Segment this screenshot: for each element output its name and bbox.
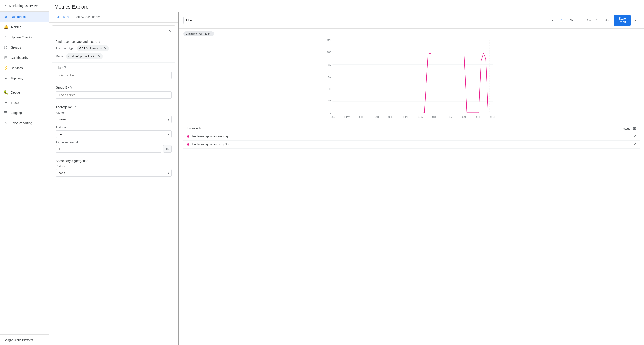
find-resource-label: Find resource type and metric ? (56, 40, 172, 44)
reducer-select[interactable]: none sum min max mean count (56, 130, 172, 138)
group-by-group: Group By ? (52, 82, 175, 102)
sidebar-item-logging[interactable]: ☰ Logging (0, 108, 49, 118)
grid-icon[interactable]: ⊞ (35, 337, 39, 342)
sidebar-item-resources-label: Resources (11, 15, 26, 19)
resource-type-chip[interactable]: GCE VM Instance ✕ (77, 46, 109, 52)
filter-help-icon[interactable]: ? (64, 66, 66, 70)
uptime-icon: ↕ (4, 35, 8, 40)
legend-row-1: deeplearning-instances-nrhq 0 (183, 132, 640, 141)
gcp-logo: Google Cloud Platform (4, 338, 33, 342)
sidebar-item-error-reporting-label: Error Reporting (11, 121, 32, 125)
metric-chip[interactable]: custom/gpu_utilizati... ✕ (66, 53, 103, 59)
columns-icon[interactable]: ⊞ (633, 126, 636, 130)
reducer-sublabel: Reducer (56, 126, 172, 129)
aggregation-group: Aggregation ? Aligner mean sum min max (52, 102, 175, 156)
aligner-select[interactable]: mean sum min max count (56, 116, 172, 123)
reducer-section: Reducer none sum min max mean count ▾ (56, 126, 172, 138)
alignment-period-input[interactable] (56, 145, 162, 153)
x-label-945: 9:45 (476, 115, 482, 118)
tabs-row: METRIC VIEW OPTIONS (49, 12, 178, 23)
x-label-905: 9:05 (359, 115, 364, 118)
more-options-button[interactable]: ⋮ (632, 17, 640, 24)
metric-section: ∧ Find resource type and metric ? Resour… (52, 25, 175, 180)
legend-instance-col-header: instance_id (183, 124, 507, 132)
collapse-icon[interactable]: ∧ (168, 28, 172, 34)
groups-icon: ⬡ (4, 45, 8, 50)
time-btn-6h[interactable]: 6h (568, 18, 575, 24)
find-resource-help-icon[interactable]: ? (98, 40, 100, 44)
tab-metric[interactable]: METRIC (53, 12, 72, 22)
alerting-icon: 🔔 (4, 25, 8, 30)
metric-section-header: ∧ (52, 26, 175, 37)
y-label-120: 120 (327, 39, 331, 41)
y-label-100: 100 (327, 51, 331, 54)
secondary-aggregation-group: Secondary Aggregation Reducer none sum m… (52, 156, 175, 180)
interval-badge: 1 min interval (mean) (183, 31, 214, 36)
time-btn-1h[interactable]: 1h (559, 18, 566, 24)
tab-view-options[interactable]: VIEW OPTIONS (72, 12, 104, 22)
period-input-row: m (56, 145, 172, 153)
home-icon[interactable]: ⌂ (4, 3, 6, 8)
monitoring-overview-link[interactable]: Monitoring Overview (9, 4, 38, 8)
alignment-period-sublabel: Alignment Period (56, 141, 172, 144)
y-label-20: 20 (328, 100, 331, 103)
sidebar-item-groups[interactable]: ⬡ Groups (0, 42, 49, 53)
sidebar-item-topology[interactable]: ✦ Topology (0, 73, 49, 84)
sidebar-bottom: Google Cloud Platform ⊞ (0, 334, 49, 345)
legend-instance-2: deeplearning-instances-gp2b (183, 141, 507, 149)
metric-chip-close[interactable]: ✕ (98, 54, 100, 58)
sidebar-item-uptime-label: Uptime Checks (11, 36, 32, 39)
x-label-910: 9:10 (374, 115, 379, 118)
aggregation-label: Aggregation ? (56, 105, 172, 109)
group-by-help-icon[interactable]: ? (70, 86, 72, 90)
filter-input[interactable] (56, 72, 172, 79)
main-content: Metrics Explorer METRIC VIEW OPTIONS ∧ F… (49, 0, 644, 345)
sidebar-item-alerting[interactable]: 🔔 Alerting (0, 22, 49, 32)
sidebar-item-uptime-checks[interactable]: ↕ Uptime Checks (0, 32, 49, 42)
metric-chip-row: Metric: custom/gpu_utilizati... ✕ (56, 53, 172, 59)
y-label-80: 80 (328, 63, 331, 66)
group-by-label: Group By ? (56, 86, 172, 90)
legend-dot-2 (187, 143, 189, 146)
legend-value-2: 0 (507, 141, 640, 149)
x-label-915: 9:15 (388, 115, 394, 118)
legend-value-col-header: Value ⊞ (507, 124, 640, 132)
chart-toolbar: Line Bar Stacked bar Heatmap ▾ 1h 6h 1d … (179, 12, 644, 29)
sidebar-item-debug[interactable]: 🐛 Debug (0, 87, 49, 98)
sidebar-item-dashboards[interactable]: ⊟ Dashboards (0, 53, 49, 63)
error-reporting-icon: ⚠ (4, 121, 8, 126)
secondary-reducer-select[interactable]: none sum min max mean count (56, 169, 172, 177)
page-title: Metrics Explorer (54, 4, 639, 10)
sidebar-item-resources[interactable]: ◈ Resources (0, 12, 49, 22)
legend-instance-1: deeplearning-instances-nrhq (183, 132, 507, 141)
page-header: Metrics Explorer (49, 0, 644, 12)
x-label-920: 9:20 (403, 115, 408, 118)
dashboards-icon: ⊟ (4, 55, 8, 60)
legend-value-1: 0 (507, 132, 640, 141)
left-panel: METRIC VIEW OPTIONS ∧ Find resource type… (49, 12, 179, 345)
x-label-9pm: 9 PM (344, 115, 350, 118)
sidebar: ⌂ Monitoring Overview ◈ Resources 🔔 Aler… (0, 0, 49, 345)
chart-area: 1 min interval (mean) (179, 29, 644, 345)
time-btn-1d[interactable]: 1d (576, 18, 584, 24)
time-btn-1w[interactable]: 1w (584, 18, 593, 24)
sidebar-item-trace[interactable]: ≡ Trace (0, 98, 49, 108)
y-label-0: 0 (330, 111, 331, 114)
topology-icon: ✦ (4, 76, 8, 81)
legend-dot-1 (187, 135, 189, 138)
reducer-select-wrapper: none sum min max mean count ▾ (56, 130, 172, 138)
time-btn-6w[interactable]: 6w (603, 18, 611, 24)
resource-type-chip-close[interactable]: ✕ (104, 46, 107, 51)
logging-icon: ☰ (4, 110, 8, 115)
sidebar-item-error-reporting[interactable]: ⚠ Error Reporting (0, 118, 49, 128)
chart-type-select[interactable]: Line Bar Stacked bar Heatmap (183, 17, 555, 24)
trace-icon: ≡ (4, 100, 8, 105)
save-chart-button[interactable]: Save Chart (614, 15, 630, 26)
time-btn-1m[interactable]: 1m (594, 18, 602, 24)
sidebar-header: ⌂ Monitoring Overview (0, 0, 49, 12)
group-by-input[interactable] (56, 91, 172, 99)
aggregation-help-icon[interactable]: ? (74, 105, 76, 109)
sidebar-item-trace-label: Trace (11, 101, 18, 105)
sidebar-divider (0, 85, 49, 86)
sidebar-item-services[interactable]: ⚡ Services (0, 63, 49, 73)
